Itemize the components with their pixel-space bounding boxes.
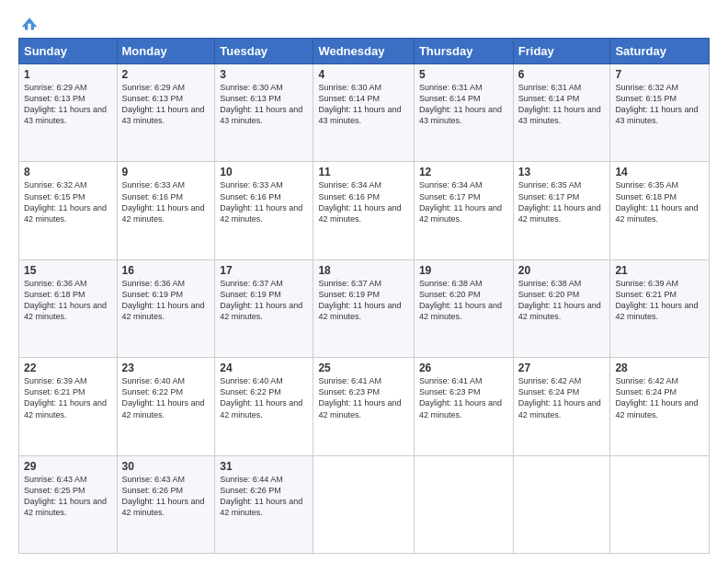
cell-info: Sunrise: 6:30 AMSunset: 6:14 PMDaylight:… xyxy=(318,83,401,125)
logo xyxy=(18,14,39,29)
calendar-cell: 15 Sunrise: 6:36 AMSunset: 6:18 PMDaylig… xyxy=(19,259,118,357)
day-number: 9 xyxy=(122,166,210,178)
cell-info: Sunrise: 6:35 AMSunset: 6:17 PMDaylight:… xyxy=(518,180,601,223)
calendar-cell xyxy=(513,455,610,553)
cell-info: Sunrise: 6:44 AMSunset: 6:26 PMDaylight:… xyxy=(220,475,302,517)
calendar-cell: 23 Sunrise: 6:40 AMSunset: 6:22 PMDaylig… xyxy=(117,358,215,455)
day-number: 22 xyxy=(24,362,112,374)
cell-info: Sunrise: 6:29 AMSunset: 6:13 PMDaylight:… xyxy=(24,83,107,125)
day-number: 31 xyxy=(220,460,308,473)
calendar-week-row: 15 Sunrise: 6:36 AMSunset: 6:18 PMDaylig… xyxy=(19,259,710,357)
calendar-cell: 31 Sunrise: 6:44 AMSunset: 6:26 PMDaylig… xyxy=(215,455,313,553)
calendar-week-row: 8 Sunrise: 6:32 AMSunset: 6:15 PMDayligh… xyxy=(19,162,710,259)
cell-info: Sunrise: 6:43 AMSunset: 6:25 PMDaylight:… xyxy=(24,475,107,517)
calendar-cell: 12 Sunrise: 6:34 AMSunset: 6:17 PMDaylig… xyxy=(414,162,513,259)
calendar-cell: 6 Sunrise: 6:31 AMSunset: 6:14 PMDayligh… xyxy=(513,64,610,162)
day-number: 4 xyxy=(318,68,408,81)
calendar-cell: 30 Sunrise: 6:43 AMSunset: 6:26 PMDaylig… xyxy=(117,455,215,553)
calendar-header-row: SundayMondayTuesdayWednesdayThursdayFrid… xyxy=(19,39,710,64)
cell-info: Sunrise: 6:31 AMSunset: 6:14 PMDaylight:… xyxy=(518,83,601,125)
day-number: 10 xyxy=(220,166,308,178)
cell-info: Sunrise: 6:33 AMSunset: 6:16 PMDaylight:… xyxy=(220,180,302,223)
cell-info: Sunrise: 6:30 AMSunset: 6:13 PMDaylight:… xyxy=(220,83,302,125)
calendar-cell: 7 Sunrise: 6:32 AMSunset: 6:15 PMDayligh… xyxy=(610,64,710,162)
cell-info: Sunrise: 6:37 AMSunset: 6:19 PMDaylight:… xyxy=(318,279,401,321)
calendar-week-row: 22 Sunrise: 6:39 AMSunset: 6:21 PMDaylig… xyxy=(19,358,710,455)
calendar-cell: 24 Sunrise: 6:40 AMSunset: 6:22 PMDaylig… xyxy=(215,358,313,455)
calendar-week-row: 1 Sunrise: 6:29 AMSunset: 6:13 PMDayligh… xyxy=(19,64,710,162)
cell-info: Sunrise: 6:32 AMSunset: 6:15 PMDaylight:… xyxy=(615,83,698,125)
day-number: 8 xyxy=(24,166,112,178)
column-header-wednesday: Wednesday xyxy=(313,39,414,64)
calendar-cell xyxy=(313,455,414,553)
calendar-cell: 29 Sunrise: 6:43 AMSunset: 6:25 PMDaylig… xyxy=(19,455,118,553)
day-number: 13 xyxy=(518,166,606,178)
cell-info: Sunrise: 6:36 AMSunset: 6:19 PMDaylight:… xyxy=(122,279,205,321)
day-number: 7 xyxy=(615,68,704,81)
cell-info: Sunrise: 6:39 AMSunset: 6:21 PMDaylight:… xyxy=(615,279,698,321)
calendar-cell: 19 Sunrise: 6:38 AMSunset: 6:20 PMDaylig… xyxy=(414,259,513,357)
cell-info: Sunrise: 6:36 AMSunset: 6:18 PMDaylight:… xyxy=(24,279,107,321)
day-number: 20 xyxy=(518,264,606,277)
calendar-cell: 11 Sunrise: 6:34 AMSunset: 6:16 PMDaylig… xyxy=(313,162,414,259)
cell-info: Sunrise: 6:41 AMSunset: 6:23 PMDaylight:… xyxy=(419,376,502,419)
calendar-cell: 20 Sunrise: 6:38 AMSunset: 6:20 PMDaylig… xyxy=(513,259,610,357)
day-number: 27 xyxy=(518,362,606,374)
cell-info: Sunrise: 6:43 AMSunset: 6:26 PMDaylight:… xyxy=(122,475,205,517)
calendar-cell: 26 Sunrise: 6:41 AMSunset: 6:23 PMDaylig… xyxy=(414,358,513,455)
cell-info: Sunrise: 6:35 AMSunset: 6:18 PMDaylight:… xyxy=(615,180,698,223)
day-number: 24 xyxy=(220,362,308,374)
calendar-cell: 8 Sunrise: 6:32 AMSunset: 6:15 PMDayligh… xyxy=(19,162,118,259)
calendar-cell: 17 Sunrise: 6:37 AMSunset: 6:19 PMDaylig… xyxy=(215,259,313,357)
calendar-cell: 25 Sunrise: 6:41 AMSunset: 6:23 PMDaylig… xyxy=(313,358,414,455)
cell-info: Sunrise: 6:37 AMSunset: 6:19 PMDaylight:… xyxy=(220,279,302,321)
day-number: 19 xyxy=(419,264,508,277)
logo-icon xyxy=(20,14,39,32)
calendar-week-row: 29 Sunrise: 6:43 AMSunset: 6:25 PMDaylig… xyxy=(19,455,710,553)
calendar-cell: 3 Sunrise: 6:30 AMSunset: 6:13 PMDayligh… xyxy=(215,64,313,162)
cell-info: Sunrise: 6:40 AMSunset: 6:22 PMDaylight:… xyxy=(122,376,205,419)
calendar-cell: 16 Sunrise: 6:36 AMSunset: 6:19 PMDaylig… xyxy=(117,259,215,357)
column-header-sunday: Sunday xyxy=(19,39,118,64)
day-number: 28 xyxy=(615,362,704,374)
day-number: 12 xyxy=(419,166,508,178)
header xyxy=(18,14,710,29)
cell-info: Sunrise: 6:42 AMSunset: 6:24 PMDaylight:… xyxy=(518,376,601,419)
day-number: 5 xyxy=(419,68,508,81)
cell-info: Sunrise: 6:38 AMSunset: 6:20 PMDaylight:… xyxy=(518,279,601,321)
page: SundayMondayTuesdayWednesdayThursdayFrid… xyxy=(0,0,728,563)
day-number: 3 xyxy=(220,68,308,81)
cell-info: Sunrise: 6:33 AMSunset: 6:16 PMDaylight:… xyxy=(122,180,205,223)
calendar-cell: 21 Sunrise: 6:39 AMSunset: 6:21 PMDaylig… xyxy=(610,259,710,357)
cell-info: Sunrise: 6:32 AMSunset: 6:15 PMDaylight:… xyxy=(24,180,107,223)
day-number: 16 xyxy=(122,264,210,277)
cell-info: Sunrise: 6:39 AMSunset: 6:21 PMDaylight:… xyxy=(24,376,107,419)
cell-info: Sunrise: 6:41 AMSunset: 6:23 PMDaylight:… xyxy=(318,376,401,419)
column-header-monday: Monday xyxy=(117,39,215,64)
calendar-cell: 9 Sunrise: 6:33 AMSunset: 6:16 PMDayligh… xyxy=(117,162,215,259)
cell-info: Sunrise: 6:29 AMSunset: 6:13 PMDaylight:… xyxy=(122,83,205,125)
cell-info: Sunrise: 6:38 AMSunset: 6:20 PMDaylight:… xyxy=(419,279,502,321)
calendar-cell: 10 Sunrise: 6:33 AMSunset: 6:16 PMDaylig… xyxy=(215,162,313,259)
day-number: 21 xyxy=(615,264,704,277)
cell-info: Sunrise: 6:34 AMSunset: 6:16 PMDaylight:… xyxy=(318,180,401,223)
cell-info: Sunrise: 6:31 AMSunset: 6:14 PMDaylight:… xyxy=(419,83,502,125)
calendar-cell: 18 Sunrise: 6:37 AMSunset: 6:19 PMDaylig… xyxy=(313,259,414,357)
day-number: 1 xyxy=(24,68,112,81)
calendar-cell xyxy=(610,455,710,553)
calendar-cell: 27 Sunrise: 6:42 AMSunset: 6:24 PMDaylig… xyxy=(513,358,610,455)
day-number: 23 xyxy=(122,362,210,374)
calendar-cell: 28 Sunrise: 6:42 AMSunset: 6:24 PMDaylig… xyxy=(610,358,710,455)
calendar-cell: 2 Sunrise: 6:29 AMSunset: 6:13 PMDayligh… xyxy=(117,64,215,162)
day-number: 2 xyxy=(122,68,210,81)
calendar-cell: 5 Sunrise: 6:31 AMSunset: 6:14 PMDayligh… xyxy=(414,64,513,162)
calendar-cell: 1 Sunrise: 6:29 AMSunset: 6:13 PMDayligh… xyxy=(19,64,118,162)
day-number: 29 xyxy=(24,460,112,473)
day-number: 26 xyxy=(419,362,508,374)
calendar-cell: 13 Sunrise: 6:35 AMSunset: 6:17 PMDaylig… xyxy=(513,162,610,259)
calendar-table: SundayMondayTuesdayWednesdayThursdayFrid… xyxy=(18,38,710,554)
day-number: 15 xyxy=(24,264,112,277)
day-number: 6 xyxy=(518,68,606,81)
column-header-thursday: Thursday xyxy=(414,39,513,64)
day-number: 18 xyxy=(318,264,408,277)
